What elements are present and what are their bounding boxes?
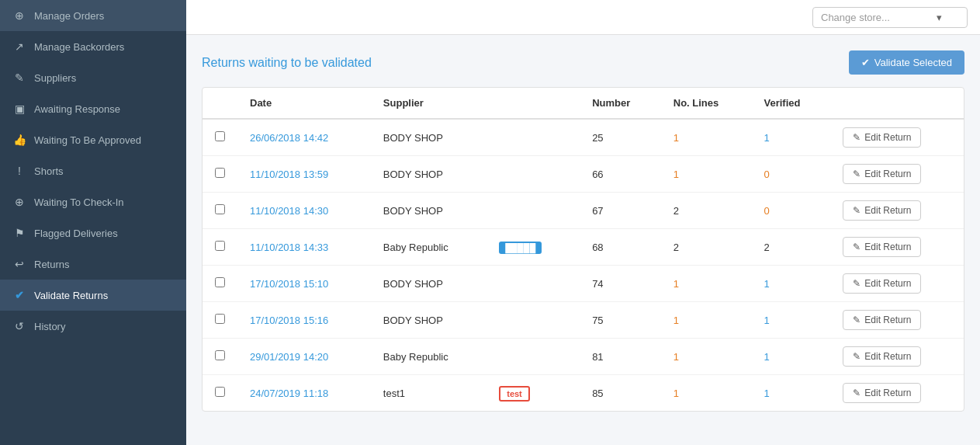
edit-return-button-0[interactable]: ✎Edit Return bbox=[843, 127, 921, 148]
edit-return-button-5[interactable]: ✎Edit Return bbox=[843, 310, 921, 330]
table-row: 29/01/2019 14:20Baby Republic8111✎Edit R… bbox=[203, 339, 964, 375]
sidebar-item-label-history: History bbox=[34, 321, 65, 332]
chevron-down-icon: ▾ bbox=[937, 12, 942, 23]
header-number: Number bbox=[580, 88, 661, 119]
row-date-link-5[interactable]: 17/10/2018 15:16 bbox=[250, 315, 328, 326]
row-supplier-7: test1 bbox=[371, 375, 487, 412]
sidebar-item-label-suppliers: Suppliers bbox=[34, 72, 76, 84]
red-tag-badge-7: test bbox=[499, 386, 530, 402]
sidebar-item-label-awaiting-response: Awaiting Response bbox=[34, 103, 120, 115]
row-checkbox-1[interactable] bbox=[215, 168, 225, 178]
row-number-5: 75 bbox=[580, 302, 661, 339]
row-no-lines-7: 1 bbox=[661, 375, 752, 412]
row-tag-7: test bbox=[487, 375, 580, 412]
table-row: 11/10/2018 14:33Baby Republic█████6822✎E… bbox=[203, 229, 964, 266]
row-number-4: 74 bbox=[580, 266, 661, 302]
checkmark-icon: ✔ bbox=[861, 57, 870, 68]
row-tag-3: █████ bbox=[487, 229, 580, 266]
row-verified-6: 1 bbox=[752, 339, 831, 375]
sidebar-item-validate-returns[interactable]: ✔Validate Returns bbox=[0, 280, 186, 311]
edit-return-label: Edit Return bbox=[864, 278, 911, 289]
pencil-icon: ✎ bbox=[853, 315, 861, 325]
edit-return-button-2[interactable]: ✎Edit Return bbox=[843, 200, 921, 221]
sidebar-item-waiting-to-be-approved[interactable]: 👍Waiting To Be Approved bbox=[0, 124, 186, 155]
row-number-3: 68 bbox=[580, 229, 661, 266]
table-row: 11/10/2018 14:30BODY SHOP6720✎Edit Retur… bbox=[203, 193, 964, 229]
header-supplier: Supplier bbox=[371, 88, 487, 119]
row-verified-1: 0 bbox=[752, 156, 831, 193]
edit-return-label: Edit Return bbox=[864, 132, 911, 143]
page-title: Returns waiting to be validated bbox=[202, 56, 372, 70]
sidebar-item-label-flagged-deliveries: Flagged Deliveries bbox=[34, 228, 118, 239]
row-supplier-4: BODY SHOP bbox=[371, 266, 487, 302]
row-checkbox-0[interactable] bbox=[215, 131, 225, 141]
row-date-link-7[interactable]: 24/07/2019 11:18 bbox=[250, 388, 328, 399]
edit-return-label: Edit Return bbox=[864, 351, 911, 362]
sidebar-item-label-manage-orders: Manage Orders bbox=[34, 10, 104, 22]
sidebar-item-shorts[interactable]: !Shorts bbox=[0, 155, 186, 186]
blue-tag-badge-3: █████ bbox=[499, 242, 542, 254]
row-checkbox-2[interactable] bbox=[215, 204, 225, 214]
page-title-plain: Returns waiting to be bbox=[202, 56, 322, 69]
sidebar: ⊕Manage Orders↗Manage Backorders✎Supplie… bbox=[0, 0, 186, 445]
validate-selected-button[interactable]: ✔ Validate Selected bbox=[849, 50, 964, 75]
row-number-0: 25 bbox=[580, 119, 661, 156]
sidebar-item-suppliers[interactable]: ✎Suppliers bbox=[0, 62, 186, 93]
edit-return-button-7[interactable]: ✎Edit Return bbox=[843, 383, 921, 403]
content-header: Returns waiting to be validated ✔ Valida… bbox=[202, 50, 964, 75]
row-date-link-2[interactable]: 11/10/2018 14:30 bbox=[250, 205, 328, 217]
sidebar-item-flagged-deliveries[interactable]: ⚑Flagged Deliveries bbox=[0, 217, 186, 249]
pencil-icon: ✎ bbox=[853, 278, 861, 289]
edit-return-button-4[interactable]: ✎Edit Return bbox=[843, 273, 921, 294]
returns-icon: ↩ bbox=[12, 258, 26, 270]
manage-orders-icon: ⊕ bbox=[12, 9, 26, 22]
row-no-lines-3: 2 bbox=[661, 229, 752, 266]
shorts-icon: ! bbox=[12, 165, 26, 177]
row-date-link-3[interactable]: 11/10/2018 14:33 bbox=[250, 242, 328, 253]
table-row: 17/10/2018 15:16BODY SHOP7511✎Edit Retur… bbox=[203, 302, 964, 339]
row-checkbox-4[interactable] bbox=[215, 277, 225, 287]
edit-return-button-3[interactable]: ✎Edit Return bbox=[843, 237, 921, 257]
sidebar-item-returns[interactable]: ↩Returns bbox=[0, 249, 186, 280]
history-icon: ↺ bbox=[12, 320, 26, 332]
page-title-highlight: validated bbox=[322, 56, 372, 69]
row-date-link-0[interactable]: 26/06/2018 14:42 bbox=[250, 132, 328, 144]
row-checkbox-5[interactable] bbox=[215, 314, 225, 324]
row-checkbox-6[interactable] bbox=[215, 350, 225, 360]
topbar: Change store... ▾ bbox=[186, 0, 980, 35]
sidebar-item-waiting-to-check-in[interactable]: ⊕Waiting To Check-In bbox=[0, 186, 186, 217]
row-date-link-4[interactable]: 17/10/2018 15:10 bbox=[250, 278, 328, 290]
pencil-icon: ✎ bbox=[853, 169, 861, 179]
row-number-6: 81 bbox=[580, 339, 661, 375]
row-verified-3: 2 bbox=[752, 229, 831, 266]
sidebar-item-manage-orders[interactable]: ⊕Manage Orders bbox=[0, 0, 186, 31]
row-supplier-0: BODY SHOP bbox=[371, 119, 487, 156]
pencil-icon: ✎ bbox=[853, 351, 861, 362]
row-verified-5: 1 bbox=[752, 302, 831, 339]
edit-return-button-6[interactable]: ✎Edit Return bbox=[843, 346, 921, 367]
table-row: 24/07/2019 11:18test1test8511✎Edit Retur… bbox=[203, 375, 964, 412]
header-no-lines: No. Lines bbox=[661, 88, 752, 119]
row-checkbox-3[interactable] bbox=[215, 241, 225, 251]
edit-return-button-1[interactable]: ✎Edit Return bbox=[843, 164, 921, 184]
row-checkbox-7[interactable] bbox=[215, 387, 225, 397]
row-no-lines-0: 1 bbox=[661, 119, 752, 156]
row-tag-1 bbox=[487, 156, 580, 193]
row-number-7: 85 bbox=[580, 375, 661, 412]
row-supplier-1: BODY SHOP bbox=[371, 156, 487, 193]
sidebar-item-history[interactable]: ↺History bbox=[0, 311, 186, 342]
sidebar-item-manage-backorders[interactable]: ↗Manage Backorders bbox=[0, 31, 186, 62]
row-no-lines-6: 1 bbox=[661, 339, 752, 375]
table-row: 17/10/2018 15:10BODY SHOP7411✎Edit Retur… bbox=[203, 266, 964, 302]
sidebar-item-label-returns: Returns bbox=[34, 259, 70, 270]
table-row: 11/10/2018 13:59BODY SHOP6610✎Edit Retur… bbox=[203, 156, 964, 193]
row-date-link-1[interactable]: 11/10/2018 13:59 bbox=[250, 169, 328, 180]
pencil-icon: ✎ bbox=[853, 242, 861, 252]
sidebar-item-label-waiting-to-check-in: Waiting To Check-In bbox=[34, 196, 124, 208]
store-selector[interactable]: Change store... ▾ bbox=[812, 7, 968, 28]
sidebar-item-label-shorts: Shorts bbox=[34, 165, 64, 177]
row-date-link-6[interactable]: 29/01/2019 14:20 bbox=[250, 351, 328, 363]
row-verified-0: 1 bbox=[752, 119, 831, 156]
sidebar-item-awaiting-response[interactable]: ▣Awaiting Response bbox=[0, 93, 186, 124]
manage-backorders-icon: ↗ bbox=[12, 40, 26, 53]
